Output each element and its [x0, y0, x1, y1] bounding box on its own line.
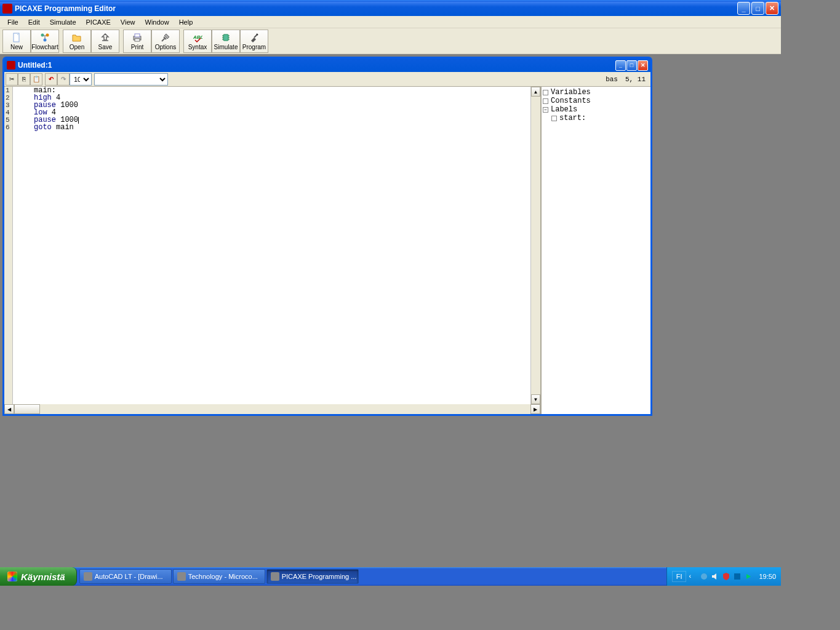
- svg-rect-10: [734, 573, 740, 580]
- svg-rect-5: [135, 34, 140, 37]
- language-indicator[interactable]: FI: [672, 571, 687, 582]
- simulate-button[interactable]: Simulate: [212, 30, 240, 53]
- scroll-down-button[interactable]: ▼: [531, 394, 540, 404]
- open-button[interactable]: Open: [63, 30, 91, 53]
- save-button[interactable]: Save: [91, 30, 119, 53]
- symbol-tree-panel[interactable]: VariablesConstants−Labelsstart:: [541, 87, 650, 414]
- tray-icon-shield[interactable]: [722, 572, 730, 581]
- main-toolbar: New Flowchart Open Save Print Options AB…: [0, 28, 781, 54]
- menu-picaxe[interactable]: PICAXE: [81, 17, 116, 27]
- new-icon: [10, 32, 23, 43]
- menu-edit[interactable]: Edit: [23, 17, 45, 27]
- tree-item[interactable]: Constants: [543, 97, 649, 105]
- program-button[interactable]: Program: [240, 30, 268, 53]
- menu-file[interactable]: File: [2, 17, 23, 27]
- tray-icon-arrow[interactable]: ‹: [689, 572, 697, 581]
- syntax-icon: ABC: [191, 32, 204, 43]
- start-button[interactable]: Käynnistä: [0, 567, 77, 586]
- menu-window[interactable]: Window: [140, 17, 174, 27]
- collapse-icon: −: [543, 107, 548, 113]
- cut-icon: ✂: [9, 76, 14, 82]
- svg-point-3: [44, 38, 47, 41]
- tray-icon-sound[interactable]: [711, 572, 719, 581]
- svg-point-1: [41, 33, 44, 36]
- flowchart-icon: [39, 32, 51, 43]
- scroll-right-button[interactable]: ▶: [530, 404, 540, 414]
- titlebar: PICAXE Programming Editor _ □ ✕: [0, 0, 781, 16]
- program-icon: [248, 32, 260, 43]
- svg-text:ABC: ABC: [193, 34, 202, 40]
- editor-toolbar: ✂ ⎘ 📋 ↶ ↷ 10 bas 5, 11: [4, 72, 650, 87]
- app-icon: [2, 4, 12, 14]
- redo-button[interactable]: ↷: [57, 73, 70, 86]
- tree-item[interactable]: Variables: [543, 88, 649, 97]
- doc-icon: [7, 61, 15, 70]
- taskbar-task[interactable]: AutoCAD LT - [Drawi...: [79, 569, 172, 584]
- taskbar-task[interactable]: Technology - Microco...: [173, 569, 265, 584]
- tree-leaf-icon: [543, 90, 548, 95]
- vertical-scrollbar[interactable]: ▲ ▼: [530, 87, 540, 404]
- scroll-up-button[interactable]: ▲: [531, 87, 540, 97]
- system-tray[interactable]: FI ‹ 19:50: [666, 567, 781, 586]
- copy-icon: ⎘: [22, 76, 26, 82]
- tray-clock[interactable]: 19:50: [755, 573, 776, 580]
- window-minimize-button[interactable]: _: [737, 2, 750, 15]
- code-editor[interactable]: main:high 4pause 1000low 4pause 1000goto…: [34, 87, 530, 404]
- syntax-button[interactable]: ABCSyntax: [183, 30, 212, 53]
- doc-maximize-button[interactable]: □: [626, 60, 637, 71]
- scroll-left-button[interactable]: ◀: [4, 404, 14, 414]
- menu-bar: File Edit Simulate PICAXE View Window He…: [0, 16, 781, 28]
- cursor-position-label: 5, 11: [622, 76, 649, 83]
- task-icon: [177, 572, 186, 581]
- svg-rect-8: [223, 34, 228, 41]
- options-button[interactable]: Options: [151, 30, 180, 53]
- new-button[interactable]: New: [2, 30, 31, 53]
- simulate-icon: [220, 32, 232, 43]
- print-button[interactable]: Print: [123, 30, 151, 53]
- window-close-button[interactable]: ✕: [766, 2, 778, 15]
- paste-button[interactable]: 📋: [30, 73, 42, 86]
- file-type-label: bas: [602, 76, 622, 83]
- undo-button[interactable]: ↶: [45, 73, 57, 86]
- font-size-select[interactable]: 10: [70, 73, 92, 86]
- tray-icon-network[interactable]: [700, 572, 708, 581]
- task-icon: [84, 572, 92, 581]
- menu-simulate[interactable]: Simulate: [45, 17, 81, 27]
- tree-leaf-icon: [551, 116, 557, 121]
- flowchart-button[interactable]: Flowchart: [31, 30, 59, 53]
- open-icon: [71, 32, 83, 43]
- options-icon: [159, 32, 172, 43]
- svg-rect-6: [135, 39, 140, 41]
- document-title: Untitled:1: [18, 61, 52, 70]
- taskbar-task[interactable]: PICAXE Programming ...: [266, 569, 359, 584]
- copy-button[interactable]: ⎘: [18, 73, 30, 86]
- window-maximize-button[interactable]: □: [751, 2, 764, 15]
- app-window: PICAXE Programming Editor _ □ ✕ File Edi…: [0, 0, 781, 586]
- horizontal-scrollbar[interactable]: ◀ ▶: [4, 404, 540, 414]
- app-title: PICAXE Programming Editor: [15, 4, 116, 13]
- task-icon: [271, 572, 279, 581]
- document-window: Untitled:1 _ □ ✕ ✂ ⎘ 📋 ↶ ↷ 10 bas: [2, 57, 652, 416]
- tray-icon-player[interactable]: [744, 572, 753, 581]
- paste-icon: 📋: [33, 76, 40, 82]
- taskbar: Käynnistä AutoCAD LT - [Drawi...Technolo…: [0, 567, 781, 586]
- tree-item[interactable]: start:: [543, 114, 649, 122]
- svg-point-9: [701, 573, 707, 580]
- menu-help[interactable]: Help: [174, 17, 198, 27]
- print-icon: [131, 32, 143, 43]
- mdi-client-area: Untitled:1 _ □ ✕ ✂ ⎘ 📋 ↶ ↷ 10 bas: [0, 54, 781, 573]
- svg-point-2: [46, 33, 49, 36]
- tree-item[interactable]: −Labels: [543, 105, 649, 114]
- search-combo[interactable]: [94, 73, 168, 86]
- save-icon: [99, 32, 111, 43]
- cut-button[interactable]: ✂: [6, 73, 18, 86]
- tray-icon-av[interactable]: [733, 572, 742, 581]
- menu-view[interactable]: View: [116, 17, 140, 27]
- line-number-gutter: 123456: [4, 87, 13, 404]
- doc-close-button[interactable]: ✕: [638, 60, 648, 71]
- doc-minimize-button[interactable]: _: [615, 60, 626, 71]
- tree-leaf-icon: [543, 98, 548, 104]
